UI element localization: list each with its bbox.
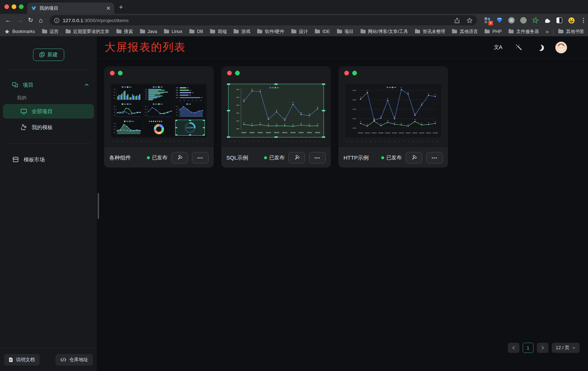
folder-icon (415, 30, 420, 33)
dark-mode-moon-icon[interactable] (536, 44, 542, 50)
edit-button[interactable] (406, 152, 422, 164)
selection-handle[interactable] (189, 120, 191, 121)
share-icon[interactable] (454, 17, 460, 24)
selection-handle[interactable] (227, 83, 230, 85)
bookmark-label: 搜索 (124, 29, 133, 35)
more-button[interactable]: ••• (309, 152, 326, 164)
bookmark-folder[interactable]: 资讯未整理 (415, 29, 445, 35)
browser-tab[interactable]: 我的项目 ✕ (27, 3, 114, 14)
selection-handle[interactable] (175, 135, 177, 136)
bookmark-folder[interactable]: 软件/硬件 (257, 29, 284, 35)
new-tab-button[interactable]: + (119, 3, 123, 11)
back-icon[interactable]: ← (5, 16, 11, 24)
bookmark-label: 前端 (218, 29, 227, 35)
bookmark-folder[interactable]: 项目 (337, 29, 354, 35)
selection-handle[interactable] (175, 127, 177, 128)
bookmark-folder[interactable]: 文件服务器 (509, 29, 539, 35)
bookmark-folder[interactable]: Linux (164, 29, 182, 34)
traffic-light-zoom[interactable] (19, 4, 24, 9)
magic-wand-icon[interactable] (515, 44, 522, 51)
tab-close-icon[interactable]: ✕ (106, 5, 111, 11)
status-dot (381, 156, 384, 159)
dot-extension-icon[interactable] (520, 17, 527, 24)
selection-handle[interactable] (322, 136, 325, 138)
selection-handle[interactable] (227, 136, 230, 138)
traffic-light-minimize[interactable] (12, 4, 16, 9)
bookmark-label: 文件服务器 (516, 29, 539, 35)
star-extension-icon[interactable] (532, 17, 539, 24)
more-button[interactable]: ••• (192, 152, 209, 164)
edit-button[interactable] (288, 152, 305, 164)
selection-handle[interactable] (175, 120, 177, 121)
selection-handle[interactable] (189, 135, 191, 136)
traffic-light-close[interactable] (4, 4, 9, 9)
status-dot (264, 156, 267, 159)
bookmark-label: 资讯未整理 (423, 29, 445, 35)
docs-button[interactable]: 说明文档 (4, 354, 40, 366)
folder-icon (189, 30, 194, 33)
avatar[interactable] (555, 42, 567, 53)
card-title: SQL示例 (226, 154, 248, 161)
project-card[interactable]: SQL示例 已发布 ••• (221, 66, 331, 168)
language-icon[interactable]: 文A (494, 44, 502, 51)
bookmark-folder[interactable]: DB (189, 29, 203, 34)
prev-page-button[interactable] (508, 343, 519, 353)
bookmark-folder[interactable]: 网站/博客/文章/工具 (361, 29, 408, 35)
more-button[interactable]: ••• (426, 152, 443, 164)
bookmarks-manager[interactable]: Bookmarks (4, 29, 35, 34)
grid-extension-icon[interactable]: 9 (484, 17, 491, 24)
extensions-row: 9 ⌘ (484, 15, 587, 26)
browser-menu-icon[interactable] (580, 17, 587, 24)
new-project-button[interactable]: 新建 (33, 49, 64, 61)
next-page-button[interactable] (537, 343, 548, 353)
site-info-icon[interactable] (54, 18, 59, 23)
bookmark-folder[interactable]: PHP (485, 29, 502, 34)
current-page[interactable]: 1 (523, 343, 534, 353)
bookmark-folder[interactable]: 前端 (210, 29, 227, 35)
project-card[interactable]: HTTP示例 已发布 ••• (338, 66, 448, 168)
page-size-select[interactable]: 12 / 页 (552, 343, 580, 353)
emoji-extension-icon[interactable] (568, 17, 575, 24)
selection-handle[interactable] (227, 110, 230, 111)
home-icon[interactable]: ⌂ (39, 16, 43, 24)
selection-handle[interactable] (322, 83, 325, 85)
bookmarks-overflow-icon[interactable]: » (546, 29, 549, 34)
puzzle-extension-icon[interactable] (544, 17, 551, 24)
dark-reader-extension-icon[interactable] (556, 17, 563, 24)
selection-handle[interactable] (275, 83, 278, 85)
bookmark-folder[interactable]: 设计 (291, 29, 308, 35)
bookmark-label: 项目 (345, 29, 354, 35)
selection-handle[interactable] (203, 135, 205, 136)
edit-button[interactable] (171, 152, 188, 164)
selection-handle[interactable] (322, 110, 325, 111)
reload-icon[interactable]: ↻ (28, 16, 33, 24)
bookmark-star-icon[interactable] (466, 17, 473, 24)
bookmark-folder[interactable]: IDE (315, 29, 330, 34)
gem-extension-icon[interactable] (496, 17, 503, 24)
forward-icon[interactable]: → (17, 16, 23, 24)
scrollbar-thumb[interactable] (98, 193, 99, 219)
bookmark-label: 游戏 (241, 29, 250, 35)
selection-handle[interactable] (203, 120, 205, 121)
command-extension-icon[interactable]: ⌘ (508, 17, 515, 24)
card-footer: SQL示例 已发布 ••• (221, 148, 331, 168)
bookmark-folder[interactable]: 其他语言 (452, 29, 478, 35)
project-card[interactable]: 25.00% 各种组件 已发布 ••• (104, 66, 214, 168)
bookmark-folder[interactable]: 搜索 (116, 29, 133, 35)
sidebar-item-template-market[interactable]: 模板市场 (3, 152, 94, 167)
selection-handle[interactable] (203, 127, 205, 128)
bookmark-folder[interactable]: Java (140, 29, 157, 34)
dotted-separator (111, 141, 207, 142)
sidebar-group-project[interactable]: 项目 (0, 79, 97, 91)
selection-handle[interactable] (275, 136, 278, 138)
bookmark-folder[interactable]: 近期需要读的文章 (66, 29, 110, 35)
folder-icon (257, 30, 262, 33)
chevron-up-icon[interactable] (85, 83, 89, 86)
address-bar[interactable]: 127.0.0.1:3000/#/project/items (50, 15, 477, 25)
other-bookmarks[interactable]: 其他书签 (558, 29, 584, 35)
sidebar-item-all-projects[interactable]: 全部项目 (3, 104, 94, 119)
bookmark-folder[interactable]: 游戏 (234, 29, 250, 35)
bookmark-folder[interactable]: 运营 (42, 29, 59, 35)
repo-button[interactable]: 仓库地址 (55, 354, 93, 366)
sidebar-item-my-templates[interactable]: 我的模板 (3, 120, 94, 135)
